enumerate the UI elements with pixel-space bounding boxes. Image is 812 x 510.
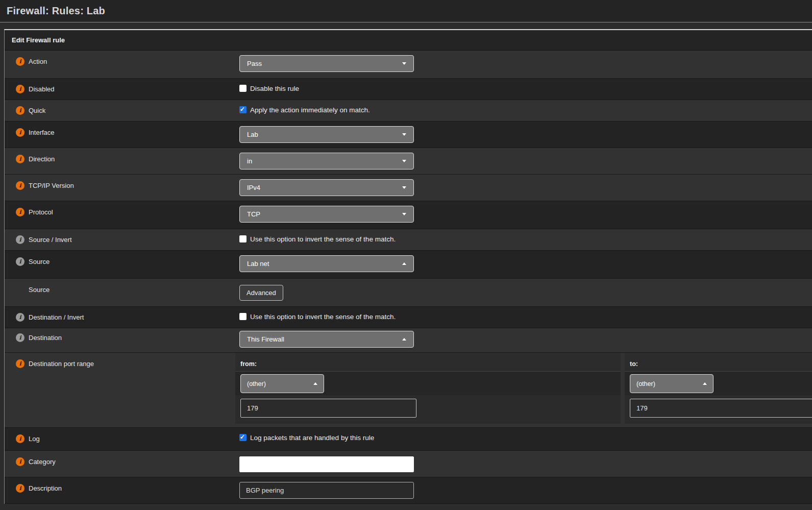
disabled-checkbox[interactable] — [239, 85, 247, 92]
port-to-input[interactable] — [630, 399, 812, 418]
source-invert-checkbox-label: Use this option to invert the sense of t… — [250, 235, 396, 243]
row-interface: Interface Lab — [5, 122, 812, 148]
caret-up-icon — [703, 382, 707, 385]
caret-down-icon — [402, 160, 406, 162]
disabled-checkbox-label: Disable this rule — [250, 85, 299, 92]
protocol-select[interactable]: TCP — [239, 206, 414, 223]
source-invert-checkbox[interactable] — [239, 235, 247, 242]
row-log: Log Log packets that are handled by this… — [5, 428, 812, 451]
field-label-source-invert: Source / Invert — [29, 235, 72, 244]
row-action: Action Pass — [5, 51, 812, 79]
port-to-select-value: (other) — [636, 380, 655, 387]
protocol-select-value: TCP — [247, 210, 260, 218]
port-from-select-value: (other) — [247, 380, 266, 387]
info-icon[interactable] — [16, 155, 24, 163]
info-icon[interactable] — [16, 181, 24, 190]
info-icon[interactable] — [16, 457, 24, 466]
edit-firewall-rule-panel: Edit Firewall rule Action Pass Disabled … — [4, 29, 812, 504]
advanced-button[interactable]: Advanced — [239, 285, 283, 301]
panel-title: Edit Firewall rule — [5, 30, 812, 51]
info-icon[interactable] — [16, 85, 24, 93]
field-label-description: Description — [29, 484, 62, 492]
row-disabled: Disabled Disable this rule — [5, 79, 812, 100]
port-from-select[interactable]: (other) — [240, 374, 324, 393]
row-destination-port-range: Destination port range from: to: (other)… — [5, 353, 812, 428]
source-select-value: Lab net — [247, 260, 269, 268]
field-label-quick: Quick — [29, 106, 45, 114]
port-from-input[interactable] — [240, 399, 416, 418]
info-icon[interactable] — [16, 359, 24, 368]
info-icon[interactable] — [16, 333, 24, 342]
row-destination-invert: Destination / Invert Use this option to … — [5, 307, 812, 328]
info-icon[interactable] — [16, 484, 24, 493]
info-icon[interactable] — [16, 235, 24, 244]
field-label-disabled: Disabled — [29, 85, 55, 93]
action-select[interactable]: Pass — [239, 55, 414, 72]
row-protocol: Protocol TCP — [5, 201, 812, 229]
caret-down-icon — [402, 133, 406, 136]
direction-select[interactable]: in — [239, 153, 414, 169]
field-label-log: Log — [29, 434, 40, 443]
direction-select-value: in — [247, 157, 252, 165]
caret-down-icon — [402, 62, 406, 65]
row-tcpip-version: TCP/IP Version IPv4 — [5, 175, 812, 201]
field-label-destination-invert: Destination / Invert — [29, 313, 84, 321]
port-to-select[interactable]: (other) — [630, 374, 713, 393]
row-destination: Destination This Firewall — [5, 328, 812, 353]
field-label-destination-port-range: Destination port range — [29, 359, 94, 368]
page-header: Firewall: Rules: Lab — [0, 0, 812, 22]
row-description: Description — [5, 477, 812, 504]
row-category: Category — [5, 451, 812, 477]
caret-down-icon — [402, 186, 406, 189]
description-input[interactable] — [239, 482, 414, 499]
tcpip-version-select-value: IPv4 — [247, 184, 260, 191]
quick-checkbox[interactable] — [239, 106, 247, 113]
source-select[interactable]: Lab net — [239, 255, 414, 272]
row-direction: Direction in — [5, 148, 812, 175]
log-checkbox-label: Log packets that are handled by this rul… — [250, 434, 374, 442]
field-label-interface: Interface — [29, 128, 55, 136]
page-gap — [0, 22, 812, 29]
info-icon[interactable] — [16, 128, 24, 137]
interface-select[interactable]: Lab — [239, 126, 414, 143]
quick-checkbox-label: Apply the action immediately on match. — [250, 106, 370, 114]
row-source: Source Lab net — [5, 251, 812, 279]
port-from-header: from: — [235, 353, 621, 372]
field-label-destination: Destination — [29, 333, 62, 342]
info-icon[interactable] — [16, 106, 24, 115]
interface-select-value: Lab — [247, 131, 258, 138]
destination-select-value: This Firewall — [247, 335, 284, 343]
log-checkbox[interactable] — [239, 434, 247, 441]
caret-down-icon — [402, 213, 406, 215]
action-select-value: Pass — [247, 60, 262, 67]
row-source-invert: Source / Invert Use this option to inver… — [5, 229, 812, 251]
destination-invert-checkbox-label: Use this option to invert the sense of t… — [250, 313, 396, 321]
info-icon[interactable] — [16, 313, 24, 322]
row-quick: Quick Apply the action immediately on ma… — [5, 100, 812, 122]
field-label-protocol: Protocol — [29, 208, 53, 216]
info-icon[interactable] — [16, 208, 24, 216]
destination-select[interactable]: This Firewall — [239, 331, 414, 348]
info-icon[interactable] — [16, 257, 24, 266]
field-label-source-advanced: Source — [29, 285, 50, 294]
field-label-category: Category — [29, 457, 56, 466]
caret-up-icon — [313, 382, 317, 385]
row-source-advanced: Source Advanced — [5, 279, 812, 307]
port-to-header: to: — [625, 353, 812, 372]
tcpip-version-select[interactable]: IPv4 — [239, 179, 414, 196]
field-label-source: Source — [29, 257, 50, 265]
field-label-action: Action — [29, 57, 47, 65]
field-label-direction: Direction — [29, 155, 55, 163]
caret-up-icon — [402, 338, 406, 341]
page-title: Firewall: Rules: Lab — [7, 5, 105, 17]
caret-up-icon — [402, 262, 406, 265]
info-icon[interactable] — [16, 57, 24, 66]
field-label-tcpip-version: TCP/IP Version — [29, 181, 74, 189]
destination-invert-checkbox[interactable] — [239, 313, 247, 320]
category-input[interactable] — [239, 456, 414, 472]
info-icon[interactable] — [16, 434, 24, 443]
